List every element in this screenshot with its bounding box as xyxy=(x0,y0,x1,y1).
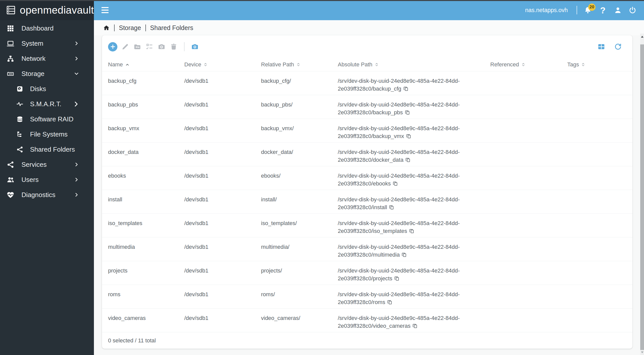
reload-button[interactable] xyxy=(614,42,622,51)
sort-icon xyxy=(521,63,525,67)
sidebar: openmediavault DashboardSystemNetworkSto… xyxy=(0,0,94,355)
chevron-right-icon xyxy=(74,192,79,198)
table-row[interactable]: projects/dev/sdb1projects//srv/dev-disk-… xyxy=(102,261,632,285)
sidebar-item-disks[interactable]: Disks xyxy=(0,81,94,96)
cell-absolute-path: /srv/dev-disk-by-uuid-24ed8e9c-485a-4e22… xyxy=(338,219,485,235)
table-row[interactable]: install/dev/sdb1install//srv/dev-disk-by… xyxy=(102,190,632,213)
breadcrumb-separator xyxy=(114,24,115,31)
cell-name: projects xyxy=(108,267,184,275)
cell-name: ebooks xyxy=(108,172,184,180)
add-button[interactable] xyxy=(108,42,117,51)
home-icon[interactable] xyxy=(103,24,110,31)
copy-to-clipboard-icon[interactable] xyxy=(394,276,400,281)
openmediavault-logo-icon xyxy=(6,4,16,17)
cell-name: backup_vmx xyxy=(108,124,184,132)
users-icon xyxy=(7,176,14,184)
copy-to-clipboard-icon[interactable] xyxy=(393,181,398,186)
delete-button[interactable] xyxy=(169,42,178,51)
sidebar-item-network[interactable]: Network xyxy=(0,51,94,66)
table-row[interactable]: backup_cfg/dev/sdb1backup_cfg//srv/dev-d… xyxy=(102,71,632,95)
camera-icon xyxy=(158,43,166,51)
cell-relative-path: video_cameras/ xyxy=(261,314,338,322)
table-footer: 0 selected / 11 total xyxy=(102,332,632,349)
scroll-down-arrow[interactable] xyxy=(641,351,643,353)
column-header-device[interactable]: Device xyxy=(184,61,261,68)
table-row[interactable]: iso_templates/dev/sdb1iso_templates//srv… xyxy=(102,213,632,237)
column-header-tags[interactable]: Tags xyxy=(567,61,632,68)
cell-relative-path: docker_data/ xyxy=(261,148,338,156)
table-row[interactable]: ebooks/dev/sdb1ebooks//srv/dev-disk-by-u… xyxy=(102,166,632,190)
trash-icon xyxy=(170,43,178,51)
copy-to-clipboard-icon[interactable] xyxy=(387,299,393,305)
notifications-badge: 20 xyxy=(588,4,596,11)
power-icon[interactable] xyxy=(629,6,636,14)
sidebar-item-services[interactable]: Services xyxy=(0,157,94,172)
scrollbar-thumb[interactable] xyxy=(640,44,644,350)
breadcrumb-storage[interactable]: Storage xyxy=(119,24,141,32)
copy-to-clipboard-icon[interactable] xyxy=(412,323,418,329)
scroll-up-arrow[interactable] xyxy=(641,36,643,38)
columns-button[interactable] xyxy=(597,42,606,51)
column-label: Device xyxy=(184,61,201,68)
cell-absolute-path: /srv/dev-disk-by-uuid-24ed8e9c-485a-4e22… xyxy=(338,290,485,306)
cell-device: /dev/sdb1 xyxy=(184,172,261,180)
cell-absolute-path: /srv/dev-disk-by-uuid-24ed8e9c-485a-4e22… xyxy=(338,196,485,211)
column-header-absolute-path[interactable]: Absolute Path xyxy=(338,61,490,68)
absolute-path-text: /srv/dev-disk-by-uuid-24ed8e9c-485a-4e22… xyxy=(338,78,460,92)
cell-device: /dev/sdb1 xyxy=(184,314,261,322)
copy-to-clipboard-icon[interactable] xyxy=(403,86,409,91)
sidebar-item-storage[interactable]: Storage xyxy=(0,66,94,81)
copy-to-clipboard-icon[interactable] xyxy=(405,157,411,162)
sidebar-item-dashboard[interactable]: Dashboard xyxy=(0,21,94,36)
sidebar-item-diagnostics[interactable]: Diagnostics xyxy=(0,187,94,202)
sidebar-item-file-systems[interactable]: File Systems xyxy=(0,127,94,142)
copy-to-clipboard-icon[interactable] xyxy=(389,204,394,210)
cell-device: /dev/sdb1 xyxy=(184,290,261,298)
sidebar-item-s-m-a-r-t[interactable]: S.M.A.R.T. xyxy=(0,96,94,112)
copy-to-clipboard-icon[interactable] xyxy=(406,133,411,139)
user-icon[interactable] xyxy=(614,6,622,14)
sidebar-item-label: Shared Folders xyxy=(30,146,75,153)
table-header: NameDeviceRelative PathAbsolute PathRefe… xyxy=(102,58,632,71)
copy-to-clipboard-icon[interactable] xyxy=(409,228,415,234)
edit-button[interactable] xyxy=(121,42,130,51)
snapshot-button[interactable] xyxy=(157,42,166,51)
help-icon[interactable]: ? xyxy=(599,6,607,15)
table-row[interactable]: roms/dev/sdb1roms//srv/dev-disk-by-uuid-… xyxy=(102,285,632,308)
cell-name: iso_templates xyxy=(108,219,184,227)
column-header-referenced[interactable]: Referenced xyxy=(490,61,567,68)
menu-toggle-icon[interactable] xyxy=(101,7,109,13)
notifications-bell-icon[interactable]: 20 xyxy=(584,6,592,14)
window-top-edge xyxy=(0,0,644,1)
toolbar-divider xyxy=(184,42,185,51)
snapshots-button[interactable] xyxy=(191,42,199,51)
table-row[interactable]: backup_vmx/dev/sdb1backup_vmx//srv/dev-d… xyxy=(102,119,632,142)
disks-icon xyxy=(16,85,23,93)
vertical-scrollbar[interactable] xyxy=(640,34,644,355)
topbar: nas.netapps.ovh 20 ? xyxy=(94,0,644,20)
gridtable-icon xyxy=(597,43,605,51)
system-icon xyxy=(7,40,14,47)
table-row[interactable]: video_cameras/dev/sdb1video_cameras//srv… xyxy=(102,308,632,332)
sidebar-item-users[interactable]: Users xyxy=(0,172,94,187)
cell-relative-path: backup_cfg/ xyxy=(261,77,338,85)
absolute-path-text: /srv/dev-disk-by-uuid-24ed8e9c-485a-4e22… xyxy=(338,244,460,258)
cell-relative-path: backup_pbs/ xyxy=(261,101,338,108)
copy-to-clipboard-icon[interactable] xyxy=(401,252,407,257)
access-control-button[interactable] xyxy=(145,42,154,51)
copy-to-clipboard-icon[interactable] xyxy=(405,110,410,115)
sidebar-item-shared-folders[interactable]: Shared Folders xyxy=(0,142,94,157)
sidebar-item-software-raid[interactable]: Software RAID xyxy=(0,112,94,127)
table-row[interactable]: multimedia/dev/sdb1multimedia//srv/dev-d… xyxy=(102,237,632,261)
absolute-path-text: /srv/dev-disk-by-uuid-24ed8e9c-485a-4e22… xyxy=(338,173,460,187)
cell-absolute-path: /srv/dev-disk-by-uuid-24ed8e9c-485a-4e22… xyxy=(338,267,485,282)
pencil-icon xyxy=(121,43,129,51)
cell-absolute-path: /srv/dev-disk-by-uuid-24ed8e9c-485a-4e22… xyxy=(338,172,485,187)
column-header-name[interactable]: Name xyxy=(108,61,184,68)
sidebar-item-system[interactable]: System xyxy=(0,36,94,51)
table-row[interactable]: backup_pbs/dev/sdb1backup_pbs//srv/dev-d… xyxy=(102,95,632,119)
logo: openmediavault xyxy=(0,0,94,20)
column-header-relative-path[interactable]: Relative Path xyxy=(261,61,338,68)
privileges-button[interactable] xyxy=(133,42,142,51)
table-row[interactable]: docker_data/dev/sdb1docker_data//srv/dev… xyxy=(102,142,632,166)
